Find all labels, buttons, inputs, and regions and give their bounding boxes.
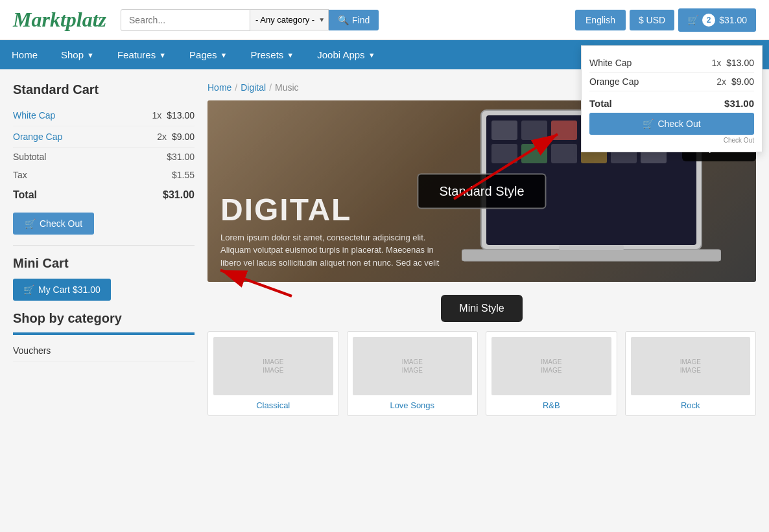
nav-pages[interactable]: Pages ▼	[178, 40, 239, 69]
shop-by-category-title: Shop by category	[13, 311, 195, 326]
checkout-button[interactable]: 🛒 Check Out	[13, 213, 94, 235]
banner-subtitle: Lorem ipsum dolor sit amet, consectetur …	[220, 231, 454, 270]
svg-rect-4	[551, 121, 577, 140]
music-card-classical: IMAGE IMAGE Classical	[207, 331, 339, 416]
popup-total-row: Total $31.00	[589, 91, 754, 113]
cart-total-row: Total $31.00	[13, 184, 195, 206]
svg-rect-8	[551, 144, 577, 163]
popup-item-white-cap: White Cap 1x $13.00	[589, 54, 754, 73]
popup-total-label: Total	[589, 98, 612, 109]
chevron-down-icon: ▼	[87, 51, 94, 59]
svg-rect-2	[491, 121, 517, 140]
tax-value: $1.55	[172, 170, 195, 180]
search-icon: 🔍	[338, 15, 349, 25]
music-thumb-lovesongs: IMAGE IMAGE	[353, 337, 473, 395]
cart-item-qty-1: 1x	[152, 110, 161, 121]
music-card-title-lovesongs[interactable]: Love Songs	[353, 400, 473, 410]
sidebar: Standard Cart White Cap 1x $13.00 Orange…	[13, 82, 207, 416]
music-card-lovesongs: IMAGE IMAGE Love Songs	[347, 331, 479, 416]
popup-item-orange-cap: Orange Cap 2x $9.00	[589, 73, 754, 91]
svg-rect-7	[521, 144, 547, 163]
mini-style-label: Mini Style	[441, 295, 522, 322]
nav-home[interactable]: Home	[0, 40, 49, 69]
music-thumb-rock: IMAGE IMAGE	[631, 337, 751, 395]
nav-presets[interactable]: Presets ▼	[239, 40, 305, 69]
music-card-title-rb[interactable]: R&B	[491, 400, 611, 410]
sidebar-divider	[13, 245, 195, 246]
cart-total: $31.00	[719, 15, 747, 25]
cart-icon: 🛒	[687, 15, 698, 25]
cart-item-qty-2: 2x	[157, 132, 167, 142]
music-thumb-classical: IMAGE IMAGE	[213, 337, 333, 395]
category-wrap: - Any category -	[250, 9, 329, 30]
total-label: Total	[13, 189, 37, 201]
cart-icon-mini: 🛒	[23, 284, 34, 295]
cart-button[interactable]: 🛒 2 $31.00	[678, 8, 756, 32]
popup-item-qty-1: 1x	[711, 58, 721, 68]
cart-popup: White Cap 1x $13.00 Orange Cap 2x $9.00 …	[581, 45, 763, 152]
cart-item-price-2: $9.00	[172, 132, 195, 142]
vouchers-item[interactable]: Vouchers	[13, 340, 195, 362]
breadcrumb-sep-1: /	[235, 82, 237, 93]
my-cart-button[interactable]: 🛒 My Cart $31.00	[13, 279, 111, 301]
music-grid: IMAGE IMAGE Classical IMAGE IMAGE Love S…	[207, 331, 756, 416]
breadcrumb-sep-2: /	[269, 82, 272, 93]
chevron-down-icon: ▼	[368, 51, 375, 59]
nav-features[interactable]: Features ▼	[106, 40, 178, 69]
popup-item-price-2: $9.00	[731, 76, 754, 87]
chevron-down-icon: ▼	[287, 51, 294, 59]
chevron-down-icon: ▼	[220, 51, 228, 59]
cart-item-name-2[interactable]: Orange Cap	[13, 132, 152, 142]
cart-item-white-cap: White Cap 1x $13.00	[13, 105, 195, 126]
svg-rect-3	[521, 121, 547, 140]
category-select[interactable]: - Any category -	[250, 9, 329, 30]
cart-badge: 2	[702, 14, 715, 27]
subtotal-label: Subtotal	[13, 152, 46, 162]
music-thumb-rb: IMAGE IMAGE	[491, 337, 611, 395]
music-card-title-classical[interactable]: Classical	[213, 400, 333, 410]
music-card-rock: IMAGE IMAGE Rock	[625, 331, 757, 416]
subtotal-value: $31.00	[167, 152, 195, 162]
popup-item-name-2: Orange Cap	[589, 76, 711, 87]
standard-cart-title: Standard Cart	[13, 82, 195, 97]
popup-checkout-note: Check Out	[589, 137, 754, 144]
nav-shop[interactable]: Shop ▼	[49, 40, 106, 69]
cart-icon-popup: 🛒	[643, 119, 654, 129]
mini-style-wrap: Mini Style	[207, 295, 756, 322]
cart-subtotal-row: Subtotal $31.00	[13, 148, 195, 166]
mini-cart-title: Mini Cart	[13, 256, 195, 271]
category-bar	[13, 332, 195, 335]
cart-item-orange-cap: Orange Cap 2x $9.00	[13, 126, 195, 148]
music-card-rb: IMAGE IMAGE R&B	[486, 331, 617, 416]
chevron-down-icon: ▼	[159, 51, 166, 59]
language-button[interactable]: English	[575, 10, 626, 30]
header-right: English $ USD 🛒 2 $31.00	[575, 8, 756, 32]
cart-icon-sidebar: 🛒	[25, 218, 36, 229]
breadcrumb-current: Music	[275, 82, 299, 93]
svg-rect-14	[462, 249, 721, 261]
popup-item-qty-2: 2x	[716, 76, 726, 87]
find-button[interactable]: 🔍 Find	[329, 10, 379, 30]
popup-checkout-button[interactable]: 🛒 Check Out	[589, 113, 754, 135]
popup-item-name-1: White Cap	[589, 58, 706, 68]
popup-item-price-1: $13.00	[726, 58, 754, 68]
cart-item-name-1[interactable]: White Cap	[13, 110, 147, 121]
cart-item-price-1: $13.00	[167, 110, 195, 121]
header: Marktplatz - Any category - 🔍 Find Engli…	[0, 0, 769, 40]
cart-tax-row: Tax $1.55	[13, 166, 195, 184]
breadcrumb-digital[interactable]: Digital	[241, 82, 266, 93]
logo: Marktplatz	[13, 8, 106, 32]
total-value: $31.00	[163, 189, 195, 201]
nav-joobi-apps[interactable]: Joobi Apps ▼	[305, 40, 386, 69]
tax-label: Tax	[13, 170, 27, 180]
svg-rect-15	[559, 245, 624, 250]
svg-rect-6	[491, 144, 517, 163]
search-wrap: - Any category - 🔍 Find	[121, 9, 379, 31]
music-card-title-rock[interactable]: Rock	[631, 400, 751, 410]
breadcrumb-home[interactable]: Home	[207, 82, 231, 93]
popup-total-value: $31.00	[724, 98, 754, 109]
standard-style-label: Standard Style	[417, 174, 546, 209]
currency-button[interactable]: $ USD	[630, 10, 674, 30]
search-input[interactable]	[121, 9, 250, 31]
